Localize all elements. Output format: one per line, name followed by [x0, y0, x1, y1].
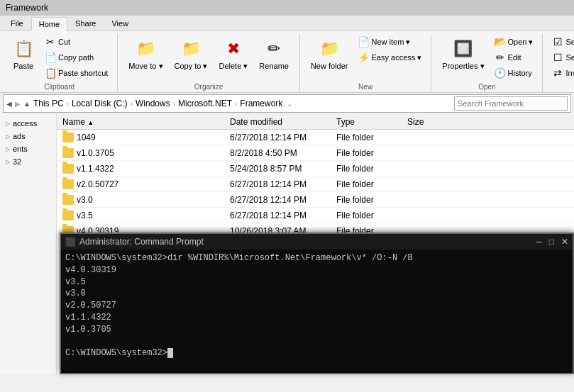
file-name: 1049 [77, 133, 96, 142]
cmd-line-4: v3.0 [65, 288, 568, 300]
path-sep-3: › [173, 100, 175, 108]
file-type: File folder [333, 164, 404, 174]
history-label: History [508, 69, 532, 77]
select-all-button[interactable]: ☑ Select all [548, 34, 574, 50]
move-to-icon: 📁 [134, 38, 157, 60]
path-localdisk[interactable]: Local Disk (C:) [72, 99, 128, 108]
col-header-type[interactable]: Type [333, 117, 404, 127]
search-input[interactable] [454, 96, 568, 111]
file-type: File folder [333, 148, 404, 158]
cmd-cursor [167, 348, 173, 358]
file-type: File folder [333, 179, 404, 189]
forward-button[interactable]: ▶ [15, 100, 21, 108]
file-list-header: Name ▲ Date modified Type Size [57, 114, 574, 130]
cmd-close[interactable]: ✕ [561, 237, 568, 247]
cut-icon: ✂ [45, 36, 56, 47]
cut-label: Cut [58, 38, 70, 46]
invert-selection-button[interactable]: ⇄ Invert selection [548, 65, 574, 81]
tab-share[interactable]: Share [67, 16, 104, 30]
cmd-body[interactable]: C:\WINDOWS\system32>dir %WINDIR%\Microso… [61, 250, 573, 373]
open-group-label: Open [478, 83, 495, 92]
organize-group-label: Organize [194, 83, 223, 92]
sidebar-item-ents[interactable]: ▷ ents [0, 142, 56, 155]
table-row[interactable]: 1049 6/27/2018 12:14 PM File folder [57, 130, 574, 145]
file-name: v2.0.50727 [77, 179, 118, 189]
paste-icon: 📋 [12, 38, 35, 60]
col-header-name[interactable]: Name ▲ [57, 117, 227, 127]
edit-icon: ✏ [495, 52, 506, 63]
path-framework[interactable]: Framework [240, 99, 282, 108]
rename-button[interactable]: ✏ Rename [254, 34, 294, 74]
easy-access-button[interactable]: ⚡ Easy access ▾ [355, 50, 426, 65]
copy-to-button[interactable]: 📁 Copy to ▾ [170, 34, 213, 74]
sidebar-item-access[interactable]: ▷ access [0, 117, 56, 130]
cut-button[interactable]: ✂ Cut [41, 34, 111, 50]
new-group-label: New [358, 83, 372, 92]
sidebar-expand-access: ▷ [6, 121, 10, 127]
col-header-date[interactable]: Date modified [227, 117, 333, 127]
easy-access-label: Easy access ▾ [372, 53, 422, 62]
file-date: 6/27/2018 12:14 PM [227, 179, 333, 189]
tab-home[interactable]: Home [31, 17, 67, 31]
open-button[interactable]: 📂 Open ▾ [491, 34, 537, 50]
easy-access-icon: ⚡ [358, 52, 370, 63]
sidebar-item-32[interactable]: ▷ 32 [0, 155, 56, 168]
file-type: File folder [333, 195, 404, 205]
edit-button[interactable]: ✏ Edit [491, 50, 537, 65]
edit-label: Edit [508, 53, 521, 62]
select-all-label: Select all [565, 38, 574, 46]
delete-button[interactable]: ✖ Delete ▾ [214, 34, 253, 74]
file-name: v3.0 [77, 195, 93, 205]
table-row[interactable]: v3.0 6/27/2018 12:14 PM File folder [57, 192, 574, 208]
address-path[interactable]: This PC › Local Disk (C:) › Windows › Mi… [33, 99, 451, 108]
sidebar-item-ads[interactable]: ▷ ads [0, 130, 56, 142]
cmd-minimize[interactable]: ─ [536, 237, 542, 247]
rename-label: Rename [259, 62, 289, 70]
paste-shortcut-button[interactable]: 📋 Paste shortcut [41, 65, 111, 81]
col-header-size[interactable]: Size [404, 117, 461, 127]
select-none-button[interactable]: ☐ Select none [548, 50, 574, 65]
path-microsoftnet[interactable]: Microsoft.NET [178, 99, 232, 108]
paste-button[interactable]: 📋 Paste [7, 34, 40, 74]
path-windows[interactable]: Windows [136, 99, 170, 108]
invert-selection-label: Invert selection [565, 69, 574, 77]
cmd-line-5: v2.0.50727 [65, 300, 568, 312]
address-bar: ◀ ▶ ▲ This PC › Local Disk (C:) › Window… [3, 94, 571, 113]
history-button[interactable]: 🕐 History [491, 65, 537, 81]
copy-path-button[interactable]: 📄 Copy path [41, 50, 111, 65]
delete-label: Delete ▾ [219, 62, 248, 71]
move-to-button[interactable]: 📁 Move to ▾ [123, 34, 167, 74]
path-thispc[interactable]: This PC [33, 99, 64, 108]
copy-to-icon: 📁 [180, 38, 202, 60]
cmd-line-8 [65, 336, 568, 348]
sidebar: ▷ access ▷ ads ▷ ents ▷ 32 [0, 114, 57, 374]
properties-icon: 🔲 [452, 38, 475, 60]
up-button[interactable]: ▲ [23, 100, 31, 108]
copy-to-label: Copy to ▾ [175, 62, 208, 71]
table-row[interactable]: v3.5 6/27/2018 12:14 PM File folder [57, 208, 574, 223]
main-layout: ▷ access ▷ ads ▷ ents ▷ 32 Name ▲ Date m… [0, 114, 574, 374]
back-button[interactable]: ◀ [6, 100, 12, 108]
cmd-maximize[interactable]: □ [549, 237, 554, 247]
table-row[interactable]: v1.1.4322 5/24/2018 8:57 PM File folder [57, 161, 574, 177]
tab-file[interactable]: File [3, 16, 31, 30]
sidebar-expand-32: ▷ [6, 159, 10, 165]
select-none-icon: ☐ [552, 52, 563, 63]
cmd-title-bar: ⬛ Administrator: Command Prompt ─ □ ✕ [61, 234, 573, 250]
new-item-button[interactable]: 📄 New item ▾ [355, 34, 426, 50]
ribbon-group-open: 🔲 Properties ▾ 📂 Open ▾ ✏ Edit 🕐 History [431, 34, 543, 92]
new-folder-button[interactable]: 📁 New folder [306, 34, 353, 74]
ribbon-group-new: 📁 New folder 📄 New item ▾ ⚡ Easy access … [300, 34, 431, 92]
properties-button[interactable]: 🔲 Properties ▾ [437, 34, 489, 74]
rename-icon: ✏ [263, 38, 285, 60]
paste-label: Paste [13, 62, 33, 70]
tab-view[interactable]: View [104, 16, 136, 30]
table-row[interactable]: v2.0.50727 6/27/2018 12:14 PM File folde… [57, 177, 574, 192]
sidebar-label-access: access [13, 119, 37, 128]
invert-selection-icon: ⇄ [552, 67, 563, 79]
clipboard-buttons: 📋 Paste ✂ Cut 📄 Copy path 📋 Paste shortc… [7, 34, 111, 83]
file-date: 8/2/2018 4:50 PM [227, 148, 333, 158]
file-date: 6/27/2018 12:14 PM [227, 133, 333, 142]
table-row[interactable]: v1.0.3705 8/2/2018 4:50 PM File folder [57, 145, 574, 161]
folder-icon [62, 148, 74, 158]
